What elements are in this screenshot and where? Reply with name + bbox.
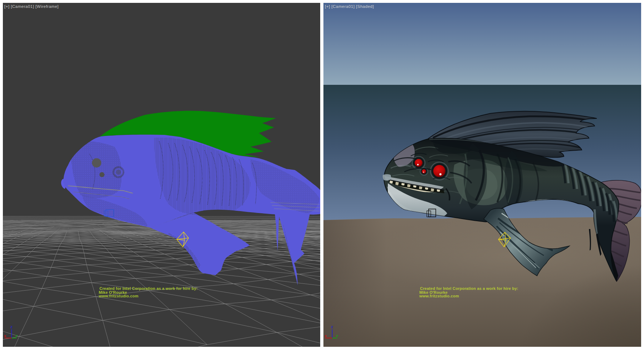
- svg-text:[+] [Camera01] [Wireframe]: [+] [Camera01] [Wireframe]: [4, 4, 59, 9]
- svg-text:www.fritzstudio.com: www.fritzstudio.com: [419, 294, 459, 298]
- svg-text:X: X: [4, 334, 6, 338]
- svg-text:www.fritzstudio.com: www.fritzstudio.com: [98, 294, 138, 298]
- svg-text:Y: Y: [15, 334, 18, 338]
- svg-text:[+] [Camera01] [Shaded]: [+] [Camera01] [Shaded]: [325, 4, 374, 9]
- svg-text:X: X: [325, 334, 327, 338]
- svg-text:Z: Z: [331, 325, 333, 329]
- svg-text:Y: Y: [336, 334, 338, 338]
- svg-text:Z: Z: [10, 325, 13, 329]
